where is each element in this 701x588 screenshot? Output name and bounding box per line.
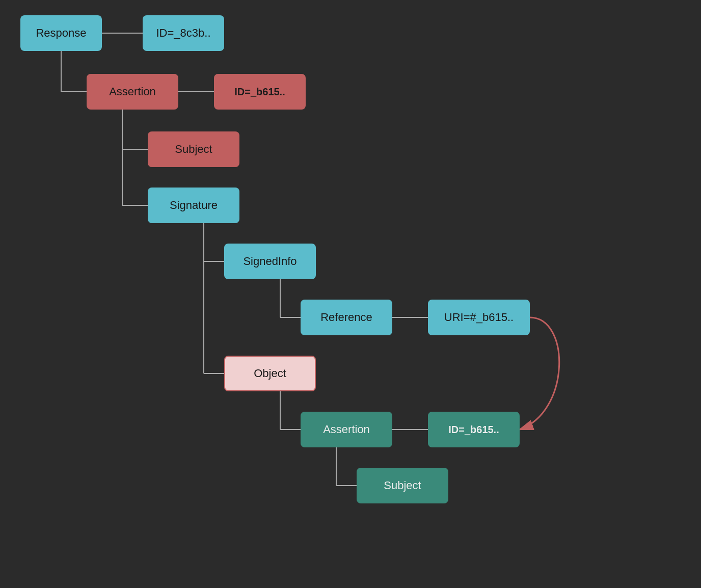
object-label: Object — [254, 367, 286, 380]
assertion2-label: Assertion — [323, 423, 370, 436]
response-node[interactable]: Response — [20, 15, 102, 51]
uri-b615-label: URI=#_b615.. — [444, 311, 514, 324]
signature-label: Signature — [170, 199, 218, 212]
signedinfo-node[interactable]: SignedInfo — [224, 244, 316, 279]
subject1-label: Subject — [175, 143, 212, 156]
assertion1-node[interactable]: Assertion — [87, 74, 178, 110]
signedinfo-label: SignedInfo — [243, 255, 296, 268]
assertion2-node[interactable]: Assertion — [301, 412, 392, 447]
id-b615-teal-label: ID=_b615.. — [448, 424, 499, 436]
subject1-node[interactable]: Subject — [148, 131, 239, 167]
object-node[interactable]: Object — [224, 356, 316, 391]
id-b615-teal-node[interactable]: ID=_b615.. — [428, 412, 520, 447]
reference-label: Reference — [320, 311, 372, 324]
signature-node[interactable]: Signature — [148, 188, 239, 223]
id-b615-red-node[interactable]: ID=_b615.. — [214, 74, 306, 110]
id-8c3b-label: ID=_8c3b.. — [156, 26, 210, 40]
assertion1-label: Assertion — [109, 85, 156, 98]
id-8c3b-node[interactable]: ID=_8c3b.. — [143, 15, 224, 51]
subject2-label: Subject — [384, 479, 421, 492]
subject2-node[interactable]: Subject — [357, 468, 448, 503]
id-b615-red-label: ID=_b615.. — [234, 86, 285, 98]
uri-b615-node[interactable]: URI=#_b615.. — [428, 300, 530, 335]
reference-node[interactable]: Reference — [301, 300, 392, 335]
response-label: Response — [36, 26, 86, 40]
